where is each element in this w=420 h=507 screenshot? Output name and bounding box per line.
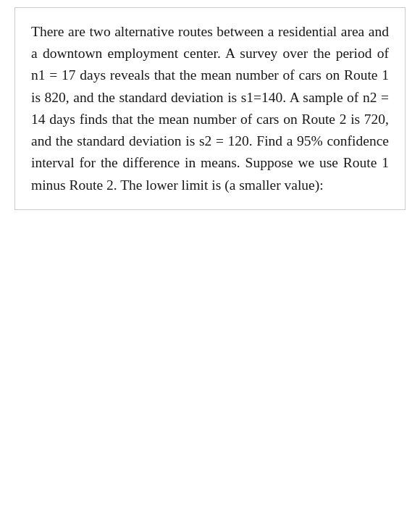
question-text: There are two alternative routes between… [31,21,389,196]
question-container: There are two alternative routes between… [14,7,406,210]
